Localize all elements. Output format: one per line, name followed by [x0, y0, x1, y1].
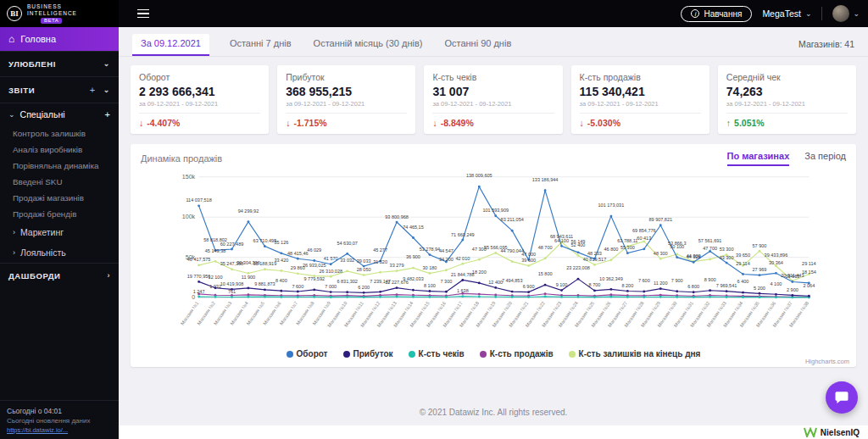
sidebar-group-loyalty[interactable]: › Лояльність [0, 242, 119, 263]
sidebar-group-special[interactable]: ⌄ Спеціальні + [0, 103, 119, 125]
kpi-card-average-check[interactable]: Середній чек 74,263 за 09-12-2021 - 09-1… [718, 65, 856, 134]
app-logo[interactable]: BI BUSINESS INTELLIGENCE BETA [0, 0, 119, 27]
svg-text:29 114: 29 114 [802, 261, 815, 266]
filter-tab-7-days[interactable]: Останні 7 днів [228, 34, 293, 56]
svg-text:63 710,495: 63 710,495 [253, 238, 277, 243]
svg-text:6 400: 6 400 [737, 279, 749, 284]
kpi-change-value: -5.030% [587, 118, 620, 128]
kpi-value: 115 340,421 [580, 85, 701, 98]
sidebar-group-marketing[interactable]: › Маркетинг [0, 222, 119, 242]
sidebar-item-stock-control[interactable]: Контроль залишків [0, 125, 119, 142]
kpi-value: 31 007 [432, 85, 554, 98]
highcharts-credits[interactable]: Highcharts.com [805, 358, 849, 365]
legend-label: Прибуток [353, 349, 393, 358]
sidebar-item-entered-sku[interactable]: Введені SKU [0, 174, 119, 190]
topbar-right: i Навчання MegaTest ⌄ ⌄ [681, 5, 868, 22]
svg-text:41 570: 41 570 [324, 256, 338, 261]
kpi-period: за 09-12-2021 - 09-12-2021 [432, 100, 554, 108]
sidebar-item-brand-sales[interactable]: Продажі брендів [0, 206, 119, 222]
svg-text:11 200: 11 200 [654, 281, 667, 286]
svg-text:7 900: 7 900 [671, 278, 683, 283]
sidebar-item-producers-analysis[interactable]: Аналіз виробників [0, 142, 119, 158]
legend-item[interactable]: К-сть продажів [480, 349, 554, 358]
chart-header: Динаміка продажів По магазинах За період [141, 151, 846, 166]
kpi-change: ↑ 5.051% [726, 113, 848, 134]
legend-dot-icon [480, 351, 487, 358]
add-icon[interactable]: + [105, 109, 110, 119]
group-label: Маркетинг [20, 227, 64, 237]
account-menu[interactable]: MegaTest ⌄ [762, 8, 811, 19]
svg-text:43 300: 43 300 [720, 255, 734, 260]
svg-text:6 200: 6 200 [358, 285, 370, 290]
svg-text:7 300: 7 300 [440, 279, 452, 284]
legend-dot-icon [343, 351, 350, 358]
legend-item[interactable]: К-сть залишків на кінець дня [569, 349, 701, 358]
menu-toggle-button[interactable] [134, 6, 153, 22]
svg-text:114 037,518: 114 037,518 [186, 197, 211, 203]
svg-text:6 800: 6 800 [687, 284, 699, 289]
legend-label: Оборот [297, 349, 328, 358]
chevron-down-icon: ⌄ [103, 60, 110, 68]
add-report-icon[interactable]: + [90, 85, 96, 95]
svg-text:8 400: 8 400 [275, 278, 287, 283]
svg-text:53 278,94: 53 278,94 [420, 247, 441, 252]
svg-text:48 233: 48 233 [587, 251, 602, 256]
filter-tab-30-days[interactable]: Останній місяць (30 днів) [312, 34, 425, 56]
svg-text:4 100: 4 100 [771, 281, 782, 286]
kpi-card-turnover[interactable]: Оборот 2 293 666,341 за 09-12-2021 - 09-… [131, 65, 269, 134]
svg-text:47 000: 47 000 [521, 252, 536, 257]
kpi-card-receipts[interactable]: К-сть чеків 31 007 за 09-12-2021 - 09-12… [424, 65, 562, 134]
sidebar-section-favorites[interactable]: УЛЮБЛЕНІ ⌄ [0, 51, 119, 76]
update-link[interactable]: https://bi.datawiz.io/... [7, 426, 112, 434]
filter-tab-single-date[interactable]: За 09.12.2021 [132, 34, 209, 56]
filter-tab-90-days[interactable]: Останні 90 днів [442, 34, 513, 56]
stores-count: Магазинів: 41 [798, 39, 854, 56]
kpi-card-sales-count[interactable]: К-сть продажів 115 340,421 за 09-12-2021… [571, 65, 709, 134]
sidebar-item-store-sales[interactable]: Продажі магазинів [0, 190, 119, 206]
line-chart: 050k100k150kМагазин №1Магазин №2Магазин … [141, 168, 846, 347]
chevron-down-icon: ⌄ [8, 111, 15, 119]
kpi-title: Прибуток [286, 72, 407, 82]
sidebar-section-reports[interactable]: ЗВІТИ + ⌄ [0, 76, 119, 103]
legend-label: К-сть залишків на кінець дня [579, 349, 701, 358]
svg-text:33 032: 33 032 [340, 258, 354, 263]
chat-widget-button[interactable] [826, 381, 858, 414]
svg-text:71 660,249: 71 660,249 [451, 232, 475, 237]
training-label: Навчання [704, 9, 742, 19]
chart-tab-by-stores[interactable]: По магазинах [727, 151, 790, 166]
kpi-change-value: -1.715% [293, 118, 326, 128]
svg-text:69 854,776: 69 854,776 [632, 228, 656, 233]
legend-item[interactable]: Прибуток [343, 349, 393, 358]
svg-text:8 900: 8 900 [704, 277, 716, 282]
sidebar-item-comparative-dynamics[interactable]: Порівняльна динаміка [0, 158, 119, 174]
svg-text:150k: 150k [182, 174, 196, 181]
svg-text:55 126: 55 126 [274, 240, 288, 245]
kpi-change: ↓ -1.715% [286, 113, 407, 134]
home-icon: ⌂ [8, 34, 14, 44]
chart-legend: ОборотПрибутокК-сть чеківК-сть продажівК… [141, 347, 846, 358]
legend-item[interactable]: К-сть чеків [409, 349, 465, 358]
training-button[interactable]: i Навчання [681, 6, 752, 22]
user-menu[interactable]: ⌄ [832, 5, 860, 22]
svg-text:39 033: 39 033 [357, 258, 371, 264]
svg-text:40 417,575: 40 417,575 [187, 257, 211, 262]
svg-text:9 100: 9 100 [556, 282, 568, 287]
chart-tab-by-period[interactable]: За період [804, 151, 846, 166]
svg-text:19 770,956: 19 770,956 [187, 274, 211, 279]
svg-text:64 100: 64 100 [554, 238, 569, 243]
trend-arrow-icon: ↓ [580, 118, 584, 128]
kpi-period: за 09-12-2021 - 09-12-2021 [580, 100, 701, 108]
sidebar-section-dashboards[interactable]: ДАШБОРДИ › [0, 263, 119, 288]
svg-text:44 028: 44 028 [687, 254, 701, 259]
sidebar-item-home[interactable]: ⌂ Головна [0, 27, 119, 51]
svg-text:57 900: 57 900 [753, 243, 767, 248]
legend-dot-icon [409, 351, 415, 358]
legend-item[interactable]: Оборот [287, 349, 328, 358]
svg-text:89 907,821: 89 907,821 [648, 217, 672, 222]
kpi-card-profit[interactable]: Прибуток 368 955,215 за 09-12-2021 - 09-… [277, 65, 415, 134]
kpi-period: за 09-12-2021 - 09-12-2021 [726, 100, 848, 108]
sidebar-footer: Сьогодні о 04:01 Сьогодні оновлення дани… [0, 400, 119, 439]
svg-text:10 419,908: 10 419,908 [220, 281, 244, 286]
chevron-right-icon: › [13, 249, 15, 257]
section-label: ДАШБОРДИ [8, 271, 61, 281]
